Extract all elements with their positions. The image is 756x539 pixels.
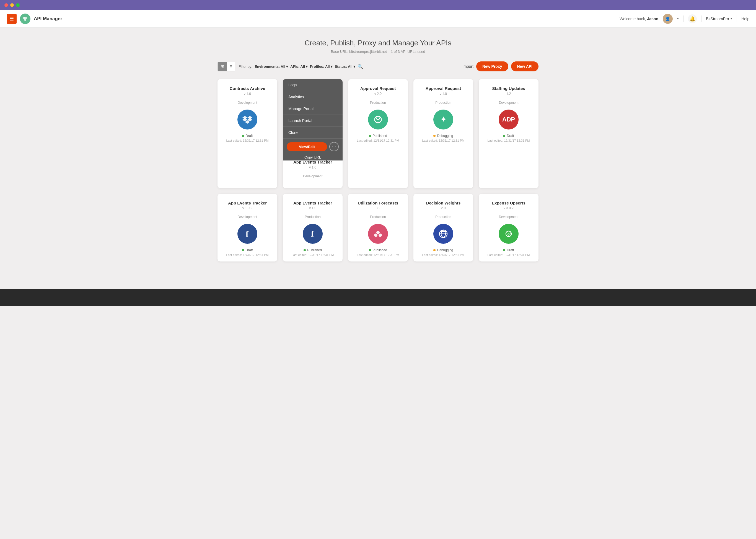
card-version: v 1.0.2 [222, 206, 273, 210]
card-icon: ADP [499, 110, 519, 129]
view-toggle: ⊞ ≡ [217, 62, 235, 71]
card-edited: Last edited: 12/31/17 12:31 PM [483, 139, 534, 142]
page-heading: Create, Publish, Proxy and Manage Your A… [217, 39, 539, 47]
app-logo [20, 14, 31, 24]
nav-right: Welcome back, Jason 👤 ▾ 🔔 BitStreamPro ▾… [620, 14, 749, 24]
card-edited: Last edited: 12/31/17 12:31 PM [418, 253, 469, 257]
api-card[interactable]: App Events Tracker v 1.0.2 Development f… [217, 194, 277, 262]
filter-label: Filter by: [239, 64, 252, 69]
filter-group: Filter by: Environments: All ▾ APIs: All… [239, 64, 459, 69]
maximize-dot[interactable] [16, 3, 20, 7]
copy-url-button[interactable]: Copy URL [283, 155, 342, 161]
card-version: v 2.0 [352, 92, 404, 96]
svg-text:f: f [246, 229, 249, 238]
logo-svg [22, 16, 28, 22]
card-icon [368, 224, 388, 244]
hamburger-button[interactable]: ☰ [7, 14, 17, 24]
context-menu-footer: View/Edit ··· [283, 139, 342, 155]
asana-icon [373, 229, 383, 239]
status-label: Debugging [437, 248, 453, 252]
card-status: Draft [483, 134, 534, 138]
title-bar [0, 0, 756, 10]
new-proxy-button[interactable]: New Proxy [476, 61, 508, 71]
apis-chevron-icon: ▾ [306, 64, 308, 69]
grid-view-button[interactable]: ⊞ [218, 62, 227, 71]
svg-point-2 [24, 19, 26, 21]
facebook-icon: f [243, 229, 252, 238]
card-env: Production [352, 215, 404, 219]
help-link[interactable]: Help [741, 17, 749, 21]
footer-bar [0, 289, 756, 306]
org-chevron-icon: ▾ [730, 17, 732, 21]
svg-text:✦: ✦ [376, 117, 380, 122]
api-card[interactable]: Decision Weights 2.0 Production Debuggin… [414, 194, 473, 262]
card-status: Published [287, 248, 338, 252]
api-card[interactable]: Expense Upserts v 3.0.2 Development qb D… [479, 194, 539, 262]
close-dot[interactable] [4, 3, 8, 7]
more-options-button[interactable]: ··· [329, 142, 339, 151]
card-env: Development [287, 174, 338, 178]
page-title: Create, Publish, Proxy and Manage Your A… [217, 39, 539, 47]
card-env: Production [352, 101, 404, 105]
card-icon: qb [499, 224, 519, 244]
context-menu-manage-portal[interactable]: Manage Portal [283, 103, 342, 115]
status-label: Draft [507, 248, 514, 252]
card-name: Utilization Forecasts [352, 200, 404, 206]
card-env: Development [222, 215, 273, 219]
status-dot [304, 249, 306, 251]
api-card[interactable]: Utilization Forecasts 3.2 Production Pub… [348, 194, 408, 262]
status-label: Draft [507, 134, 514, 138]
card-edited: Last edited: 12/31/17 12:31 PM [352, 253, 404, 257]
org-selector[interactable]: BitStreamPro ▾ [706, 17, 732, 21]
import-button[interactable]: Import [462, 64, 474, 69]
card-status: Draft [483, 248, 534, 252]
api-card[interactable]: Approval Request v 1.0 Production ✦ Debu… [414, 79, 473, 188]
svg-point-13 [374, 234, 377, 237]
profiles-chevron-icon: ▾ [331, 64, 333, 69]
minimize-dot[interactable] [10, 3, 14, 7]
card-icon: ✦ [433, 110, 453, 129]
nav-left: ☰ API Manager [7, 14, 620, 24]
notifications-icon[interactable]: 🔔 [688, 14, 697, 23]
status-dot [369, 135, 371, 137]
card-edited: Last edited: 12/31/17 12:31 PM [352, 139, 404, 142]
nav-divider [683, 16, 684, 22]
profiles-filter[interactable]: Profiles: All ▾ [310, 64, 333, 69]
card-status: Draft [222, 248, 273, 252]
status-label: Published [372, 248, 387, 252]
api-card[interactable]: App Events Tracker v 1.0 Production f Pu… [283, 194, 342, 262]
environments-filter[interactable]: Environments: All ▾ [255, 64, 288, 69]
context-menu-launch-portal[interactable]: Launch Portal [283, 115, 342, 127]
context-menu-analytics[interactable]: Analytics [283, 91, 342, 103]
api-card-context[interactable]: Logs Analytics Manage Portal Launch Port… [283, 79, 342, 188]
page-subtitle: Base URL: bitstreampro.jitterbit.net 1 o… [217, 49, 539, 54]
base-url-link[interactable]: bitstreampro.jitterbit.net [349, 49, 387, 54]
context-menu-clone[interactable]: Clone [283, 127, 342, 139]
status-label: Debugging [437, 134, 453, 138]
svg-text:qb: qb [507, 232, 511, 236]
svg-point-12 [376, 231, 380, 234]
status-chevron-icon: ▾ [353, 64, 355, 69]
api-card[interactable]: Approval Request v 2.0 Production ✦ Publ… [348, 79, 408, 188]
jitterbit-icon [438, 229, 448, 239]
apis-filter[interactable]: APIs: All ▾ [290, 64, 308, 69]
status-label: Published [307, 248, 322, 252]
card-name: Decision Weights [418, 200, 469, 206]
card-name: App Events Tracker [287, 200, 338, 206]
status-filter[interactable]: Status: All ▾ [335, 64, 355, 69]
context-menu-logs[interactable]: Logs [283, 79, 342, 91]
card-version: 1.2 [483, 92, 534, 96]
avatar[interactable]: 👤 [663, 14, 673, 24]
new-api-button[interactable]: New API [511, 61, 539, 71]
card-version: v 1.0 [418, 92, 469, 96]
api-card[interactable]: Staffing Updates 1.2 Development ADP Dra… [479, 79, 539, 188]
api-card[interactable]: Contracts Archive v 1.0 Development Draf… [217, 79, 277, 188]
card-name: Approval Request [352, 86, 404, 91]
view-edit-button[interactable]: View/Edit [287, 142, 327, 151]
card-env: Development [483, 101, 534, 105]
search-button[interactable]: 🔍 [357, 64, 363, 69]
toolbar: ⊞ ≡ Filter by: Environments: All ▾ APIs:… [217, 61, 539, 71]
status-dot [433, 135, 435, 137]
list-view-button[interactable]: ≡ [227, 62, 235, 71]
user-chevron-icon[interactable]: ▾ [677, 17, 679, 21]
